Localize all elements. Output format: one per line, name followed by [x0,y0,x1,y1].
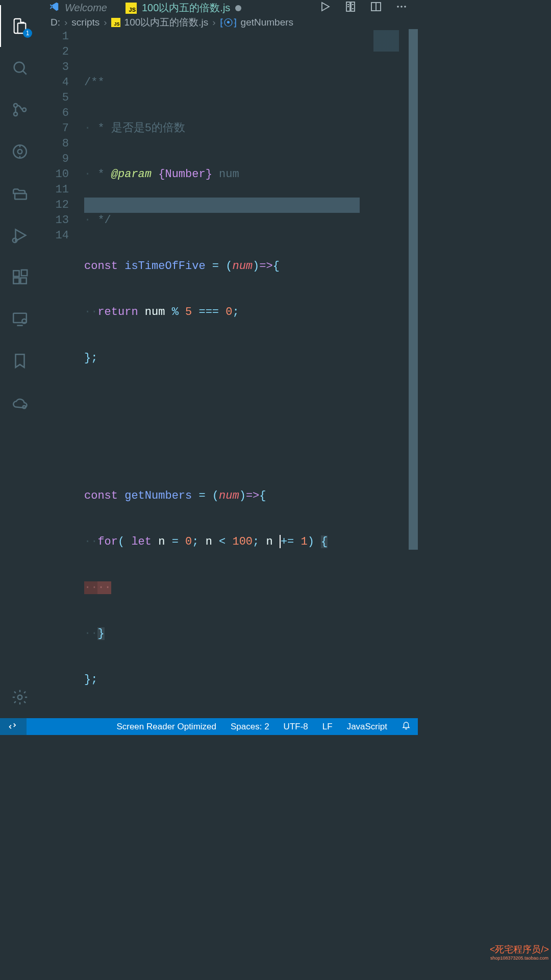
run-icon[interactable] [319,1,331,15]
svg-rect-11 [13,313,27,323]
svg-point-3 [22,108,26,111]
minimap[interactable] [369,29,418,718]
svg-rect-9 [20,278,26,283]
chevron-right-icon: › [104,17,107,28]
diff-icon[interactable] [344,1,357,15]
explorer-badge: 1 [23,29,32,38]
js-file-icon: JS [126,3,137,14]
remote-explorer-icon[interactable] [0,298,39,340]
line-number: 2 [39,44,69,60]
line-number: 5 [39,90,69,106]
line-number: 9 [39,152,69,167]
tab-welcome-label: Welcome [65,2,107,14]
line-number: 4 [39,75,69,90]
more-actions-icon[interactable] [395,1,408,15]
symbol-method-icon: ⁅⦿⁆ [220,17,237,29]
breadcrumbs[interactable]: D: › scripts › JS 100以内五的倍数.js › ⁅⦿⁆ get… [39,16,418,29]
bookmarks-icon[interactable] [0,340,39,382]
minimap-thumbnail [373,30,399,52]
status-encoding[interactable]: UTF-8 [277,722,315,732]
status-spaces[interactable]: Spaces: 2 [223,722,277,732]
line-number: 14 [39,228,69,243]
status-bar: Screen Reader Optimized Spaces: 2 UTF-8 … [0,718,418,735]
folders-icon[interactable] [0,173,39,214]
editor-actions [319,0,418,16]
breadcrumb-file[interactable]: 100以内五的倍数.js [124,16,209,29]
remote-indicator[interactable] [0,718,27,735]
breadcrumb-drive[interactable]: D: [51,17,60,28]
svg-rect-16 [351,2,355,11]
svg-point-18 [397,6,399,8]
extensions-icon[interactable] [0,256,39,298]
editor-body[interactable]: 1234567891011121314 /** · * 是否是5的倍数 · * … [39,29,418,718]
line-number: 10 [39,167,69,182]
search-icon[interactable] [0,47,39,89]
status-language[interactable]: JavaScript [340,722,394,732]
js-file-icon: JS [111,18,120,27]
svg-point-0 [14,62,24,72]
chevron-right-icon: › [64,17,67,28]
run-debug-icon[interactable] [0,214,39,256]
tab-welcome[interactable]: Welcome [39,0,116,16]
svg-point-2 [13,112,17,116]
svg-point-19 [400,6,403,8]
line-number: 3 [39,60,69,75]
settings-gear-icon[interactable] [0,676,39,718]
status-bell-icon[interactable] [394,721,418,732]
svg-point-5 [17,150,22,154]
tab-file-active[interactable]: JS 100以内五的倍数.js [116,0,251,16]
breadcrumb-folder[interactable]: scripts [71,17,99,28]
split-editor-icon[interactable] [370,1,382,15]
status-eol[interactable]: LF [315,722,340,732]
chevron-right-icon: › [212,17,215,28]
code-content[interactable]: /** · * 是否是5的倍数 · * @param {Number} num … [84,29,418,718]
minimap-slider[interactable] [409,29,418,550]
line-number: 8 [39,136,69,152]
line-number: 7 [39,121,69,136]
activity-bar: 1 [0,0,39,718]
tab-file-label: 100以内五的倍数.js [142,1,230,15]
svg-rect-8 [13,278,19,283]
line-number: 6 [39,106,69,121]
line-number: 12 [39,198,69,213]
svg-rect-10 [21,270,27,276]
line-number: 13 [39,213,69,228]
svg-rect-7 [13,271,19,276]
breadcrumb-symbol[interactable]: getNumbers [241,17,294,28]
unsaved-dot-icon [235,5,241,11]
vscode-icon [48,1,60,15]
svg-point-13 [22,406,26,409]
editor-tabs: Welcome JS 100以内五的倍数.js [39,0,418,16]
svg-point-20 [404,6,406,8]
line-number: 1 [39,29,69,44]
gitlens-icon[interactable] [0,131,39,173]
line-number: 11 [39,182,69,198]
status-screenreader[interactable]: Screen Reader Optimized [109,722,223,732]
line-number-gutter: 1234567891011121314 [39,29,84,718]
source-control-icon[interactable] [0,89,39,131]
cloud-icon[interactable] [0,382,39,424]
svg-point-14 [17,695,22,700]
explorer-icon[interactable]: 1 [0,5,39,47]
svg-point-1 [13,104,17,107]
